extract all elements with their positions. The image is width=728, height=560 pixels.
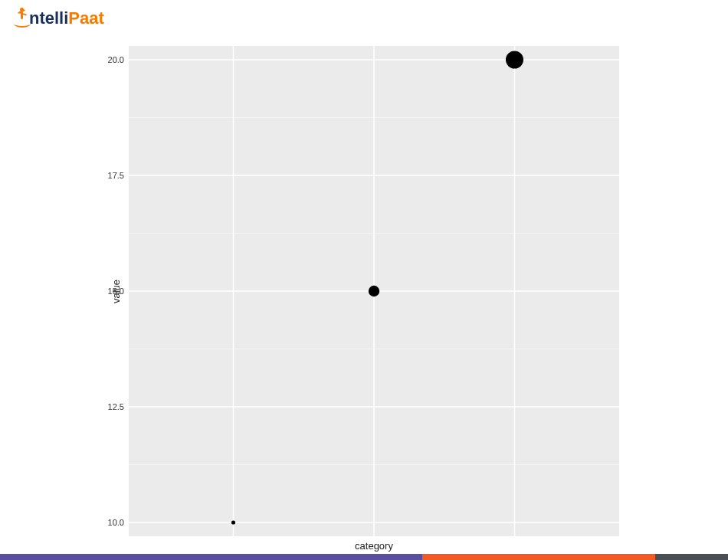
footer-stripe-grey [655, 554, 728, 560]
data-point-c [506, 51, 523, 69]
footer-stripe [0, 554, 728, 560]
footer-stripe-purple [0, 554, 422, 560]
logo-text-1: ntelli [29, 8, 68, 28]
logo-text-2: Paat [68, 8, 103, 28]
data-point-b [369, 286, 379, 296]
data-point-a [231, 520, 235, 524]
x-axis-title: category [129, 540, 619, 552]
scatter-plot [129, 46, 619, 536]
chart-panel [129, 46, 619, 536]
brand-logo: ntelli Paat [15, 8, 104, 29]
footer-stripe-orange [422, 554, 655, 560]
logo-figure-icon [15, 8, 31, 29]
